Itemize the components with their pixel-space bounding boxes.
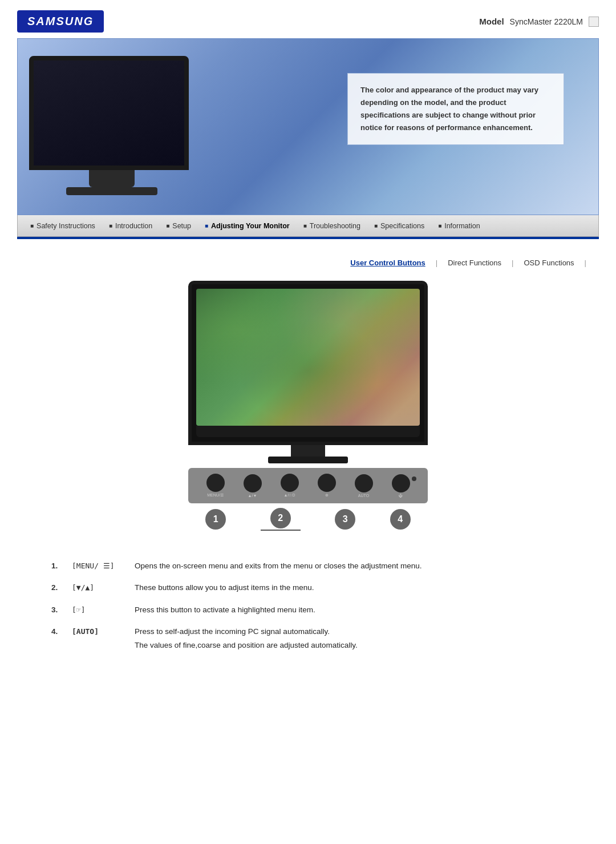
hero-disclaimer: The color and appearance of the product … bbox=[347, 73, 564, 145]
bracket-inner: 2 bbox=[270, 508, 291, 528]
nav-bullet-safety: ■ bbox=[30, 223, 34, 229]
ctrl-indicator bbox=[412, 476, 416, 481]
inst-key-4: [AUTO] bbox=[72, 625, 123, 638]
ctrl-btn-up[interactable] bbox=[281, 474, 299, 492]
num-circle-3: 3 bbox=[335, 509, 355, 530]
bracket-line bbox=[261, 530, 301, 531]
nav-label-setup: Setup bbox=[172, 222, 191, 230]
num-col-3: 3 bbox=[335, 509, 355, 530]
ctrl-btn-label-up: ▲/☆D bbox=[284, 493, 295, 498]
inst-key-3: [☞] bbox=[72, 603, 123, 616]
inst-item-4: 4. [AUTO] Press to self-adjust the incom… bbox=[51, 625, 565, 653]
control-panel: MENU/☰ ▲/▼ ▲/☆D ⊕ AUTO ⏻ bbox=[188, 468, 428, 503]
nav-label-safety: Safety Instructions bbox=[37, 222, 95, 230]
ctrl-col-4: ⊕ bbox=[318, 474, 336, 498]
inst-desc-1: Opens the on-screen menu and exits from … bbox=[135, 559, 565, 573]
inst-desc-2: These buttons allow you to adjust items … bbox=[135, 581, 565, 595]
monitor-display-wrapper bbox=[188, 281, 428, 463]
monitor-display-bottom bbox=[196, 426, 420, 437]
sub-nav-sep-3: | bbox=[583, 259, 587, 267]
nav-item-setup[interactable]: ■ Setup bbox=[159, 222, 198, 230]
nav-bullet-setup: ■ bbox=[166, 223, 169, 229]
ctrl-col-5: AUTO bbox=[355, 474, 373, 498]
instructions-list: 1. [MENU/ ☰] Opens the on-screen menu an… bbox=[51, 559, 565, 660]
sub-nav-sep-1: | bbox=[435, 259, 439, 267]
nav-item-troubleshooting[interactable]: ■ Troubleshooting bbox=[297, 222, 367, 230]
ctrl-btn-label-power: ⏻ bbox=[399, 494, 403, 498]
nav-label-specifications: Specifications bbox=[380, 222, 424, 230]
monitor-display-screen bbox=[196, 289, 420, 426]
inst-desc-3: Press this button to activate a highligh… bbox=[135, 603, 565, 617]
ctrl-btn-label-menu: MENU/☰ bbox=[207, 493, 224, 498]
ctrl-btn-label-input: ⊕ bbox=[325, 493, 329, 498]
page-header: SAMSUNG Model SyncMaster 2220LM bbox=[0, 0, 616, 33]
sub-nav-osd[interactable]: OSD Functions bbox=[514, 256, 583, 269]
sub-nav-sep-2: | bbox=[510, 259, 514, 267]
nav-label-information: Information bbox=[444, 222, 480, 230]
nav-item-adjusting[interactable]: ■ Adjusting Your Monitor bbox=[198, 222, 297, 230]
nav-underline bbox=[17, 237, 599, 239]
num-col-1: 1 bbox=[205, 509, 226, 530]
num-col-2: 2 bbox=[261, 508, 301, 531]
monitor-base-main bbox=[268, 457, 348, 463]
hero-monitor bbox=[29, 56, 194, 193]
numbered-row: 1 2 3 4 bbox=[188, 508, 428, 531]
monitor-screen bbox=[34, 60, 184, 165]
ctrl-col-3: ▲/☆D bbox=[281, 474, 299, 498]
inst-item-3: 3. [☞] Press this button to activate a h… bbox=[51, 603, 565, 617]
sub-nav-direct[interactable]: Direct Functions bbox=[439, 256, 510, 269]
inst-num-1: 1. bbox=[51, 559, 60, 573]
hero-banner: The color and appearance of the product … bbox=[17, 38, 599, 215]
ctrl-btn-auto[interactable] bbox=[355, 474, 373, 492]
num-col-4: 4 bbox=[390, 509, 411, 530]
nav-item-specifications[interactable]: ■ Specifications bbox=[367, 222, 431, 230]
inst-key-1: [MENU/ ☰] bbox=[72, 559, 123, 572]
inst-num-2: 2. bbox=[51, 581, 60, 595]
model-label: Model bbox=[479, 17, 504, 26]
num-circle-2a: 2 bbox=[270, 508, 291, 528]
ctrl-btn-menu[interactable] bbox=[206, 474, 225, 492]
model-value: SyncMaster 2220LM bbox=[510, 17, 583, 26]
monitor-base bbox=[66, 187, 157, 195]
inst-num-3: 3. bbox=[51, 603, 60, 617]
sub-nav: User Control Buttons | Direct Functions … bbox=[17, 256, 599, 269]
nav-label-adjusting: Adjusting Your Monitor bbox=[211, 222, 290, 230]
inst-item-1: 1. [MENU/ ☰] Opens the on-screen menu an… bbox=[51, 559, 565, 573]
ctrl-btn-power[interactable] bbox=[392, 474, 410, 492]
model-area: Model SyncMaster 2220LM bbox=[479, 17, 599, 27]
ctrl-col-2: ▲/▼ bbox=[244, 474, 262, 498]
inst-desc-4: Press to self-adjust the incoming PC sig… bbox=[135, 625, 565, 653]
ctrl-btn-input[interactable] bbox=[318, 474, 336, 492]
ctrl-col-6: ⏻ bbox=[392, 474, 410, 498]
monitor-outer bbox=[29, 56, 189, 170]
monitor-stand bbox=[89, 170, 135, 187]
sub-nav-user-control[interactable]: User Control Buttons bbox=[341, 256, 434, 269]
ctrl-btn-label-auto: AUTO bbox=[358, 494, 369, 498]
ctrl-col-1: MENU/☰ bbox=[206, 474, 225, 498]
num-circle-4: 4 bbox=[390, 509, 411, 530]
num-circle-1: 1 bbox=[205, 509, 226, 530]
monitor-stand-main bbox=[291, 445, 325, 457]
inst-key-2: [▼/▲] bbox=[72, 581, 123, 594]
monitor-display bbox=[188, 281, 428, 445]
nav-bullet-introduction: ■ bbox=[109, 223, 112, 229]
ctrl-btn-label-down: ▲/▼ bbox=[248, 494, 257, 498]
nav-bullet-troubleshooting: ■ bbox=[303, 223, 307, 229]
nav-bullet-specifications: ■ bbox=[374, 223, 378, 229]
nav-bar: ■ Safety Instructions ■ Introduction ■ S… bbox=[17, 215, 599, 237]
num-bracket-2: 2 bbox=[261, 508, 301, 531]
inst-num-4: 4. bbox=[51, 625, 60, 639]
samsung-logo: SAMSUNG bbox=[17, 10, 104, 33]
nav-label-troubleshooting: Troubleshooting bbox=[310, 222, 360, 230]
nav-label-introduction: Introduction bbox=[115, 222, 152, 230]
main-content: MENU/☰ ▲/▼ ▲/☆D ⊕ AUTO ⏻ 1 bbox=[17, 281, 599, 660]
nav-bullet-adjusting: ■ bbox=[205, 223, 208, 229]
nav-item-safety[interactable]: ■ Safety Instructions bbox=[23, 222, 102, 230]
inst-item-2: 2. [▼/▲] These buttons allow you to adju… bbox=[51, 581, 565, 595]
nav-item-information[interactable]: ■ Information bbox=[431, 222, 487, 230]
nav-item-introduction[interactable]: ■ Introduction bbox=[102, 222, 159, 230]
ctrl-btn-down[interactable] bbox=[244, 474, 262, 492]
nav-bullet-information: ■ bbox=[438, 223, 441, 229]
model-box bbox=[589, 17, 599, 27]
